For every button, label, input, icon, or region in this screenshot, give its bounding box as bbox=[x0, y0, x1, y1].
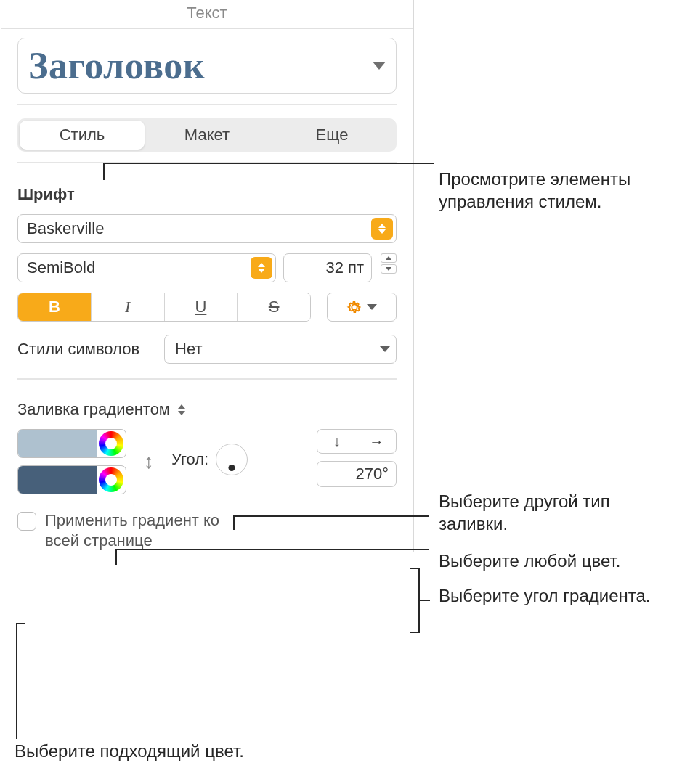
apply-whole-page-label: Применить градиент ко всей странице bbox=[45, 510, 234, 550]
font-size-field[interactable]: 32 пт bbox=[283, 253, 372, 282]
advanced-options-button[interactable] bbox=[327, 293, 397, 322]
chevron-down-icon bbox=[178, 411, 185, 415]
callout-matching-color: Выберите подходящий цвет. bbox=[15, 740, 320, 763]
callout-any-color: Выберите любой цвет. bbox=[439, 550, 678, 573]
tab-style[interactable]: Стиль bbox=[20, 121, 145, 150]
italic-button[interactable]: I bbox=[91, 293, 164, 321]
divider bbox=[17, 378, 397, 380]
color-wheel-icon[interactable] bbox=[99, 467, 123, 492]
angle-dial[interactable] bbox=[216, 444, 248, 475]
divider bbox=[17, 104, 397, 105]
tab-more[interactable]: Еще bbox=[269, 121, 394, 150]
callout-angle: Выберите угол градиента. bbox=[439, 585, 678, 608]
panel-title: Текст bbox=[1, 0, 413, 29]
chevron-up-icon bbox=[178, 404, 185, 409]
callout-leader bbox=[16, 623, 17, 739]
callout-leader bbox=[115, 549, 117, 565]
color-well-1[interactable] bbox=[18, 430, 97, 457]
paragraph-style-picker[interactable]: Заголовок bbox=[17, 38, 397, 94]
chevron-down-icon bbox=[367, 304, 377, 310]
tab-layout[interactable]: Макет bbox=[145, 121, 269, 150]
gradient-swatches bbox=[17, 429, 126, 494]
fill-type-dropdown[interactable] bbox=[174, 404, 189, 415]
chevron-down-icon bbox=[380, 346, 390, 352]
color-well-2[interactable] bbox=[18, 466, 97, 494]
font-size-stepper bbox=[381, 253, 397, 282]
dropdown-stepper-icon bbox=[251, 257, 272, 279]
apply-whole-page-checkbox[interactable] bbox=[17, 512, 36, 531]
callout-fill-type: Выберите другой тип заливки. bbox=[439, 491, 678, 535]
underline-button[interactable]: U bbox=[164, 293, 238, 321]
inspector-tabs: Стиль Макет Еще bbox=[17, 118, 397, 152]
callout-leader bbox=[115, 549, 429, 550]
color-wheel-icon[interactable] bbox=[99, 431, 123, 456]
callout-bracket bbox=[410, 632, 418, 633]
fill-type-label: Заливка градиентом bbox=[17, 400, 170, 419]
callout-leader bbox=[103, 163, 105, 180]
font-section-label: Шрифт bbox=[17, 185, 397, 204]
callout-style-controls: Просмотрите элементы управления стилем. bbox=[439, 168, 686, 213]
font-size-value: 32 пт bbox=[284, 258, 368, 277]
direction-down-button[interactable]: ↓ bbox=[317, 430, 357, 453]
angle-label: Угол: bbox=[171, 450, 208, 469]
chevron-down-icon bbox=[373, 62, 386, 70]
swap-colors-icon[interactable]: ↕ bbox=[144, 450, 154, 473]
angle-value: 270° bbox=[355, 465, 389, 483]
font-family-value: Baskerville bbox=[27, 219, 104, 238]
font-size-step-down[interactable] bbox=[381, 264, 397, 274]
font-size-step-up[interactable] bbox=[381, 253, 397, 263]
font-family-dropdown[interactable]: Baskerville bbox=[17, 214, 397, 243]
callout-bracket bbox=[418, 600, 430, 601]
callout-leader bbox=[16, 623, 25, 624]
font-style-segment: B I U S bbox=[17, 293, 311, 322]
font-weight-dropdown[interactable]: SemiBold bbox=[17, 253, 276, 282]
gear-icon bbox=[346, 299, 362, 315]
paragraph-style-name: Заголовок bbox=[28, 44, 205, 87]
direction-right-button[interactable]: → bbox=[357, 430, 397, 453]
bold-button[interactable]: B bbox=[18, 293, 91, 321]
gradient-color-1 bbox=[17, 429, 126, 458]
callout-leader bbox=[233, 515, 429, 517]
strikethrough-button[interactable]: S bbox=[237, 293, 310, 321]
character-style-value: Нет bbox=[175, 340, 202, 359]
callout-leader bbox=[233, 515, 235, 530]
font-weight-value: SemiBold bbox=[27, 258, 95, 277]
character-style-dropdown[interactable]: Нет bbox=[164, 335, 397, 364]
angle-value-field[interactable]: 270° bbox=[317, 461, 397, 487]
callout-leader bbox=[103, 163, 434, 164]
gradient-direction-segment: ↓ → bbox=[317, 429, 397, 454]
gradient-color-2 bbox=[17, 465, 126, 494]
inspector-panel: Текст Заголовок Стиль Макет Еще Шрифт Ba… bbox=[1, 0, 414, 552]
character-styles-label: Стили символов bbox=[17, 340, 155, 359]
dropdown-stepper-icon bbox=[371, 218, 393, 240]
callout-bracket bbox=[410, 568, 418, 569]
